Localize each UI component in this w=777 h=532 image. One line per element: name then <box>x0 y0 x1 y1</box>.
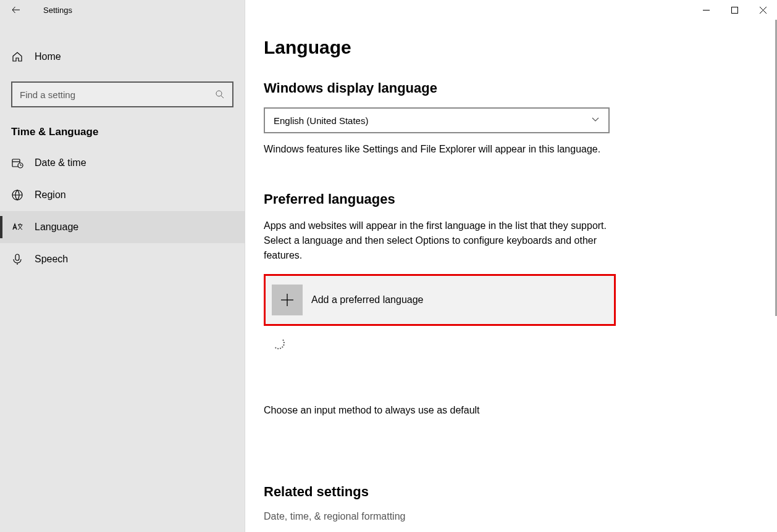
preferred-languages-title: Preferred languages <box>264 191 758 207</box>
sidebar-item-region[interactable]: Region <box>0 179 245 211</box>
language-icon <box>11 221 23 233</box>
dropdown-value: English (United States) <box>274 115 368 126</box>
maximize-icon <box>731 7 738 14</box>
back-arrow-icon <box>11 5 21 15</box>
svg-rect-6 <box>15 254 19 260</box>
plus-icon-box <box>272 285 303 315</box>
sidebar-item-language[interactable]: Language <box>0 211 245 243</box>
loading-spinner-icon <box>272 337 285 349</box>
chevron-down-icon <box>591 115 600 126</box>
add-language-label: Add a preferred language <box>311 294 423 305</box>
search-container <box>11 81 233 107</box>
window-title: Settings <box>43 6 72 15</box>
display-language-description: Windows features like Settings and File … <box>264 142 610 157</box>
close-button[interactable] <box>749 0 777 20</box>
plus-icon <box>280 293 295 307</box>
related-link-date-time[interactable]: Date, time, & regional formatting <box>264 511 758 522</box>
page-title: Language <box>264 37 758 58</box>
window-controls <box>692 0 777 20</box>
globe-icon <box>11 189 23 201</box>
sidebar-home[interactable]: Home <box>0 44 245 69</box>
microphone-icon <box>11 253 23 265</box>
display-language-title: Windows display language <box>264 80 758 96</box>
minimize-button[interactable] <box>692 0 720 20</box>
display-language-dropdown[interactable]: English (United States) <box>264 107 610 133</box>
home-label: Home <box>35 51 61 62</box>
input-method-link[interactable]: Choose an input method to always use as … <box>264 405 758 416</box>
sidebar-item-label: Language <box>35 222 78 233</box>
sidebar-item-label: Region <box>35 189 66 201</box>
preferred-languages-description: Apps and websites will appear in the fir… <box>264 218 610 263</box>
search-box[interactable] <box>11 81 233 107</box>
main-content: Language Windows display language Englis… <box>245 0 777 532</box>
search-input[interactable] <box>20 89 215 100</box>
maximize-button[interactable] <box>720 0 749 20</box>
sidebar-item-label: Speech <box>35 254 68 265</box>
minimize-icon <box>703 7 710 14</box>
svg-line-1 <box>221 96 224 98</box>
sidebar-header: Settings <box>0 0 245 20</box>
calendar-clock-icon <box>11 157 23 169</box>
sidebar: Settings Home Time & Language <box>0 0 245 532</box>
home-icon <box>11 51 23 63</box>
section-header: Time & Language <box>0 107 245 147</box>
sidebar-item-label: Date & time <box>35 157 86 168</box>
sidebar-item-date-time[interactable]: Date & time <box>0 147 245 179</box>
svg-point-0 <box>216 91 222 96</box>
svg-rect-10 <box>731 7 737 13</box>
search-icon <box>215 89 225 99</box>
back-button[interactable] <box>11 5 21 15</box>
related-settings-title: Related settings <box>264 484 758 500</box>
sidebar-item-speech[interactable]: Speech <box>0 243 245 275</box>
add-language-button[interactable]: Add a preferred language <box>264 274 616 326</box>
close-icon <box>760 7 766 14</box>
